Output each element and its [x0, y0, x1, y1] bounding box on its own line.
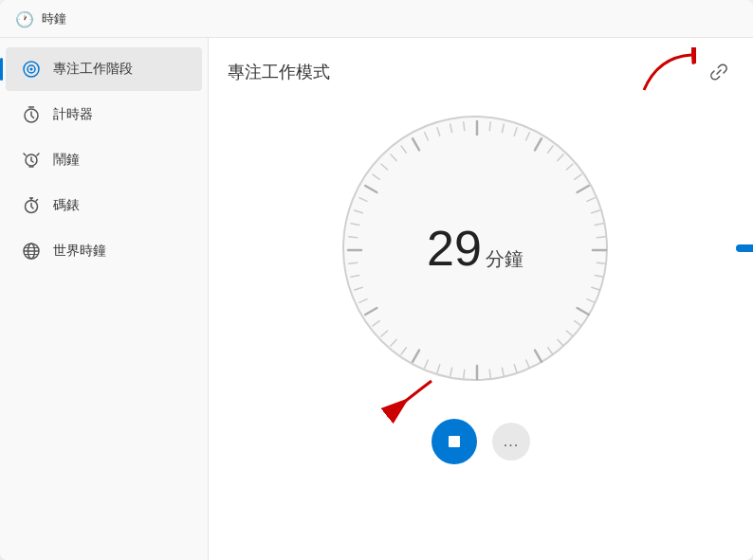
svg-line-8: [489, 122, 490, 131]
sidebar-item-worldclock[interactable]: 世界時鐘: [6, 229, 202, 273]
svg-line-25: [592, 287, 600, 290]
svg-line-30: [558, 339, 563, 346]
sidebar-item-focus-label: 專注工作階段: [53, 61, 133, 78]
svg-line-60: [391, 154, 396, 161]
svg-line-50: [351, 275, 359, 277]
svg-line-47: [365, 308, 376, 315]
svg-line-51: [349, 262, 358, 263]
svg-line-43: [401, 348, 406, 354]
svg-line-34: [514, 365, 517, 373]
svg-line-31: [548, 348, 553, 354]
sidebar-item-alarm[interactable]: 鬧鐘: [6, 138, 202, 182]
app-title: 時鐘: [42, 10, 66, 27]
sidebar-item-stopwatch[interactable]: 碼錶: [6, 184, 202, 227]
app-window: 🕐 時鐘 專注工作階段: [0, 0, 753, 560]
svg-line-62: [413, 138, 419, 150]
svg-line-35: [502, 368, 504, 376]
svg-line-64: [437, 128, 440, 136]
svg-line-15: [566, 164, 573, 170]
clock-dial: 29 分鐘: [342, 116, 608, 381]
svg-line-27: [578, 308, 589, 315]
svg-line-11: [526, 133, 530, 140]
panel-title: 專注工作模式: [228, 61, 330, 83]
svg-line-23: [597, 262, 605, 263]
stopwatch-icon: [21, 195, 42, 216]
svg-line-42: [413, 351, 419, 362]
svg-line-61: [401, 146, 406, 153]
svg-line-14: [558, 154, 563, 161]
svg-line-56: [359, 198, 367, 202]
right-panel: 專注工作模式 29 分鐘: [209, 38, 753, 560]
sidebar: 專注工作階段 計時器: [0, 38, 209, 560]
svg-line-18: [587, 198, 595, 202]
sidebar-item-timer[interactable]: 計時器: [6, 93, 202, 136]
svg-line-57: [365, 186, 376, 192]
timer-icon: [21, 104, 42, 125]
clock-unit: 分鐘: [486, 246, 523, 272]
svg-line-12: [535, 138, 542, 150]
svg-line-44: [391, 339, 396, 346]
sidebar-item-stopwatch-label: 碼錶: [53, 197, 80, 214]
svg-line-49: [355, 287, 363, 290]
more-options-button[interactable]: ...: [492, 423, 530, 461]
minus-button[interactable]: [736, 244, 753, 252]
svg-rect-68: [449, 436, 460, 447]
svg-line-33: [526, 360, 530, 368]
link-icon-btn[interactable]: [704, 57, 734, 87]
title-bar: 🕐 時鐘: [0, 0, 753, 38]
svg-line-53: [349, 237, 358, 238]
clock-minutes: 29: [427, 224, 482, 273]
bottom-controls: ...: [432, 419, 530, 464]
svg-line-32: [535, 351, 542, 362]
svg-line-58: [373, 174, 379, 179]
svg-line-24: [595, 275, 603, 277]
app-icon: 🕐: [15, 10, 32, 27]
svg-line-20: [595, 224, 603, 226]
svg-line-21: [597, 237, 605, 238]
focus-icon: [21, 59, 42, 80]
svg-line-41: [425, 360, 429, 368]
svg-point-2: [30, 68, 33, 71]
sidebar-item-timer-label: 計時器: [53, 106, 93, 123]
svg-line-48: [359, 299, 367, 303]
worldclock-icon: [21, 241, 42, 262]
svg-line-39: [450, 368, 452, 376]
svg-line-13: [548, 146, 553, 153]
svg-line-26: [587, 299, 595, 303]
svg-line-38: [464, 370, 465, 378]
svg-line-40: [437, 365, 440, 373]
sidebar-item-alarm-label: 鬧鐘: [53, 152, 80, 169]
svg-line-54: [351, 224, 359, 226]
svg-line-17: [578, 186, 589, 192]
svg-line-9: [502, 124, 504, 133]
arrow-bottom-left: [379, 376, 436, 427]
svg-line-45: [381, 331, 388, 336]
stop-button[interactable]: [432, 419, 477, 464]
clock-dial-container: 29 分鐘: [342, 116, 608, 381]
svg-line-10: [514, 128, 517, 136]
alarm-icon: [21, 150, 42, 171]
clock-center: 29 分鐘: [427, 224, 523, 273]
svg-line-46: [373, 321, 379, 326]
main-content: 專注工作階段 計時器: [0, 38, 753, 560]
svg-line-63: [425, 133, 429, 140]
clock-time-display: 29 分鐘: [427, 224, 523, 273]
svg-line-28: [575, 321, 581, 326]
svg-line-65: [450, 124, 452, 133]
svg-line-16: [575, 174, 581, 179]
svg-line-29: [566, 331, 573, 336]
svg-line-19: [592, 210, 600, 213]
more-icon: ...: [504, 433, 519, 450]
sidebar-item-worldclock-label: 世界時鐘: [53, 243, 106, 260]
sidebar-item-focus[interactable]: 專注工作階段: [6, 47, 202, 91]
svg-line-55: [355, 210, 363, 213]
svg-line-66: [464, 122, 465, 131]
svg-line-36: [489, 370, 490, 378]
svg-line-59: [381, 164, 388, 170]
arrow-top-right: [639, 47, 696, 99]
